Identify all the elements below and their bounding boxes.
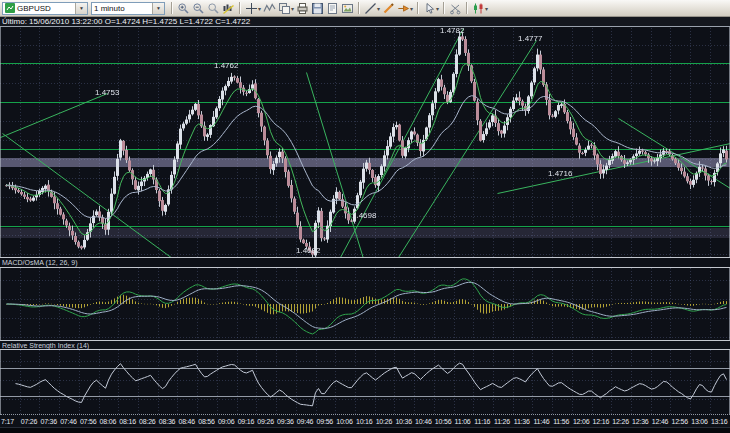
time-tick-label: 07:56: [80, 418, 97, 425]
price-annotation: 1.4782: [440, 27, 464, 35]
dropdown-arrow-icon[interactable]: ▾: [485, 5, 488, 12]
time-tick-label: 08:16: [119, 418, 136, 425]
time-tick-label: 10:16: [356, 418, 373, 425]
timeframe-label: 1 minuto: [94, 4, 125, 13]
time-tick-label: 09:56: [317, 418, 334, 425]
time-axis: 7:1707:2607:3607:4607:5608:0608:1608:260…: [0, 414, 730, 427]
toolbar-separator: [417, 2, 419, 14]
bottom-strip: [0, 427, 730, 433]
time-tick-label: 11:36: [514, 418, 530, 425]
toolbar-separator: [466, 2, 468, 14]
toolbar-separator: [443, 2, 445, 14]
price-annotation: 1.4777: [518, 35, 542, 43]
symbol-select[interactable]: GBPUSD ▼: [2, 2, 88, 15]
dropdown-arrow-icon[interactable]: ▾: [377, 5, 380, 12]
chart-region: MACD/OsMA (12, 26, 9) Relative Strength …: [0, 27, 730, 433]
cursor-tool-icon[interactable]: ▾: [422, 1, 440, 16]
price-annotation: 1.4762: [214, 62, 238, 70]
dropdown-arrow-icon[interactable]: ▾: [258, 5, 261, 12]
export-icon[interactable]: [325, 1, 340, 16]
time-tick-label: 07:46: [60, 418, 77, 425]
toolbar-buttons: ▾▾▾▾▾▾: [168, 0, 489, 16]
time-tick-label: 07:36: [40, 418, 57, 425]
timeframe-dropdown-arrow-icon[interactable]: ▼: [152, 3, 164, 14]
time-tick-label: 10:06: [336, 418, 353, 425]
zoom-out-icon[interactable]: [191, 1, 206, 16]
rsi-panel-title: Relative Strength Index (14): [0, 340, 730, 350]
price-annotation: 1.4753: [95, 89, 119, 97]
price-annotation: 1.4698: [352, 212, 376, 220]
time-tick-label: 11:16: [474, 418, 490, 425]
status-bar: Último: 15/06/2010 13:22:00 O=1.4724 H=1…: [0, 17, 730, 27]
time-tick-label: 08:46: [178, 418, 195, 425]
print-icon[interactable]: [295, 1, 310, 16]
save-icon[interactable]: [310, 1, 325, 16]
time-tick-label: 10:46: [415, 418, 432, 425]
zoom-in-icon[interactable]: [176, 1, 191, 16]
toolbar-separator: [171, 2, 173, 14]
time-tick-label: 08:36: [159, 418, 176, 425]
time-tick-label: 12:46: [652, 418, 669, 425]
chart-style-icon[interactable]: ▾: [471, 1, 489, 16]
crosshair-icon[interactable]: ▾: [244, 1, 262, 16]
toolbar-separator: [358, 2, 360, 14]
time-tick-label: 11:56: [553, 418, 569, 425]
time-tick-label: 09:26: [257, 418, 274, 425]
rsi-title-text: Relative Strength Index (14): [2, 342, 89, 349]
time-tick-label: 12:56: [671, 418, 688, 425]
dropdown-arrow-icon[interactable]: ▾: [410, 5, 413, 12]
timeframe-select[interactable]: 1 minuto ▼: [91, 2, 165, 15]
macd-title-text: MACD/OsMA (12, 26, 9): [2, 259, 77, 266]
time-tick-label: 13:06: [691, 418, 708, 425]
time-tick-label: 12:26: [612, 418, 629, 425]
last-quote-text: Último: 15/06/2010 13:22:00 O=1.4724 H=1…: [2, 17, 250, 26]
indicators-icon[interactable]: [262, 1, 277, 16]
time-tick-label: 11:06: [455, 418, 471, 425]
price-annotation: 1.4682: [296, 247, 320, 255]
time-tick-label: 10:26: [376, 418, 393, 425]
time-tick-label: 13:16: [711, 418, 728, 425]
time-tick-label: 12:06: [573, 418, 590, 425]
time-tick-label: 12:36: [632, 418, 649, 425]
toolbar: GBPUSD ▼ 1 minuto ▼ ▾▾▾▾▾▾: [0, 0, 730, 17]
zoom-reset-icon[interactable]: [206, 1, 221, 16]
snapshot-icon[interactable]: [340, 1, 355, 16]
time-tick-label: 12:16: [593, 418, 610, 425]
time-tick-label: 09:06: [218, 418, 235, 425]
time-tick-label: 07:26: [21, 418, 38, 425]
symbol-dropdown-arrow-icon[interactable]: ▼: [75, 3, 87, 14]
time-tick-label: 08:26: [139, 418, 156, 425]
chart-shift-icon[interactable]: [221, 1, 236, 16]
delete-tool-icon[interactable]: [448, 1, 463, 16]
time-tick-label: 09:36: [277, 418, 294, 425]
time-tick-label: 09:16: [238, 418, 255, 425]
time-tick-label: 7:17: [1, 418, 14, 425]
windows-icon[interactable]: ▾: [277, 1, 295, 16]
time-tick-label: 09:46: [297, 418, 314, 425]
time-tick-label: 08:56: [198, 418, 215, 425]
time-tick-label: 11:46: [533, 418, 549, 425]
macd-panel-title: MACD/OsMA (12, 26, 9): [0, 257, 730, 268]
draw-tool-icon[interactable]: [381, 1, 396, 16]
symbol-label: GBPUSD: [17, 4, 51, 13]
toolbar-separator: [239, 2, 241, 14]
symbol-chart-icon: [5, 3, 15, 13]
time-tick-label: 11:26: [494, 418, 510, 425]
time-tick-label: 10:36: [395, 418, 412, 425]
line-tool-icon[interactable]: ▾: [363, 1, 381, 16]
time-tick-label: 08:06: [100, 418, 117, 425]
dropdown-arrow-icon[interactable]: ▾: [436, 5, 439, 12]
arrow-tool-icon[interactable]: ▾: [396, 1, 414, 16]
price-annotation: 1.4716: [548, 170, 572, 178]
time-tick-label: 10:56: [435, 418, 452, 425]
dropdown-arrow-icon[interactable]: ▾: [291, 5, 294, 12]
